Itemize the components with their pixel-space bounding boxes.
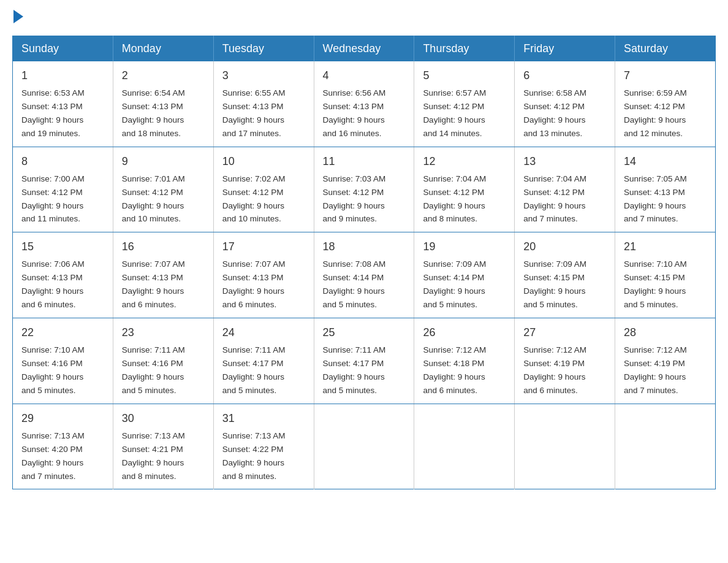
calendar-cell bbox=[615, 404, 716, 489]
calendar-cell: 9Sunrise: 7:01 AMSunset: 4:12 PMDaylight… bbox=[113, 147, 213, 232]
day-number: 31 bbox=[222, 410, 305, 427]
day-info: Sunrise: 7:00 AMSunset: 4:12 PMDaylight:… bbox=[21, 174, 85, 224]
day-info: Sunrise: 6:56 AMSunset: 4:13 PMDaylight:… bbox=[323, 88, 386, 138]
day-number: 21 bbox=[624, 239, 707, 255]
day-info: Sunrise: 6:53 AMSunset: 4:13 PMDaylight:… bbox=[21, 88, 85, 138]
day-number: 3 bbox=[222, 67, 305, 84]
calendar-cell: 5Sunrise: 6:57 AMSunset: 4:12 PMDaylight… bbox=[414, 61, 515, 147]
calendar-cell: 7Sunrise: 6:59 AMSunset: 4:12 PMDaylight… bbox=[615, 61, 716, 147]
header-friday: Friday bbox=[515, 36, 615, 62]
calendar-cell: 26Sunrise: 7:12 AMSunset: 4:18 PMDayligh… bbox=[414, 318, 515, 404]
header-saturday: Saturday bbox=[615, 36, 716, 62]
day-number: 29 bbox=[21, 410, 104, 427]
calendar-cell bbox=[414, 404, 515, 489]
calendar-cell: 16Sunrise: 7:07 AMSunset: 4:13 PMDayligh… bbox=[113, 232, 213, 318]
calendar-cell: 22Sunrise: 7:10 AMSunset: 4:16 PMDayligh… bbox=[13, 318, 113, 404]
day-info: Sunrise: 6:55 AMSunset: 4:13 PMDaylight:… bbox=[222, 88, 286, 138]
calendar-cell: 18Sunrise: 7:08 AMSunset: 4:14 PMDayligh… bbox=[314, 232, 414, 318]
day-number: 5 bbox=[423, 67, 506, 84]
header-wednesday: Wednesday bbox=[314, 36, 414, 62]
logo-triangle-icon bbox=[13, 10, 23, 23]
day-info: Sunrise: 7:10 AMSunset: 4:16 PMDaylight:… bbox=[21, 345, 85, 395]
day-number: 18 bbox=[323, 239, 406, 255]
calendar-cell: 3Sunrise: 6:55 AMSunset: 4:13 PMDaylight… bbox=[213, 61, 314, 147]
day-info: Sunrise: 7:11 AMSunset: 4:16 PMDaylight:… bbox=[122, 345, 185, 395]
day-info: Sunrise: 7:02 AMSunset: 4:12 PMDaylight:… bbox=[222, 174, 286, 224]
day-info: Sunrise: 7:07 AMSunset: 4:13 PMDaylight:… bbox=[222, 259, 286, 309]
day-number: 6 bbox=[523, 67, 606, 84]
calendar-cell: 19Sunrise: 7:09 AMSunset: 4:14 PMDayligh… bbox=[414, 232, 515, 318]
day-info: Sunrise: 7:09 AMSunset: 4:15 PMDaylight:… bbox=[523, 259, 586, 309]
calendar-cell: 28Sunrise: 7:12 AMSunset: 4:19 PMDayligh… bbox=[615, 318, 716, 404]
day-number: 12 bbox=[423, 153, 506, 170]
calendar-cell: 2Sunrise: 6:54 AMSunset: 4:13 PMDaylight… bbox=[113, 61, 213, 147]
day-number: 20 bbox=[523, 239, 606, 255]
day-info: Sunrise: 7:13 AMSunset: 4:21 PMDaylight:… bbox=[122, 431, 185, 481]
calendar-week-row: 8Sunrise: 7:00 AMSunset: 4:12 PMDaylight… bbox=[13, 147, 716, 232]
day-number: 8 bbox=[21, 153, 104, 170]
calendar-header-row: SundayMondayTuesdayWednesdayThursdayFrid… bbox=[13, 36, 716, 62]
day-number: 19 bbox=[423, 239, 506, 255]
calendar-cell: 15Sunrise: 7:06 AMSunset: 4:13 PMDayligh… bbox=[13, 232, 113, 318]
day-number: 26 bbox=[423, 324, 506, 341]
page-header bbox=[12, 12, 716, 23]
day-info: Sunrise: 7:12 AMSunset: 4:19 PMDaylight:… bbox=[523, 345, 586, 395]
header-monday: Monday bbox=[113, 36, 213, 62]
day-number: 27 bbox=[523, 324, 606, 341]
calendar-cell: 6Sunrise: 6:58 AMSunset: 4:12 PMDaylight… bbox=[515, 61, 615, 147]
day-info: Sunrise: 7:04 AMSunset: 4:12 PMDaylight:… bbox=[423, 174, 486, 224]
header-sunday: Sunday bbox=[13, 36, 113, 62]
calendar-cell: 20Sunrise: 7:09 AMSunset: 4:15 PMDayligh… bbox=[515, 232, 615, 318]
calendar-cell: 24Sunrise: 7:11 AMSunset: 4:17 PMDayligh… bbox=[213, 318, 314, 404]
day-number: 13 bbox=[523, 153, 606, 170]
header-tuesday: Tuesday bbox=[213, 36, 314, 62]
calendar-cell: 21Sunrise: 7:10 AMSunset: 4:15 PMDayligh… bbox=[615, 232, 716, 318]
calendar-cell: 31Sunrise: 7:13 AMSunset: 4:22 PMDayligh… bbox=[213, 404, 314, 489]
day-number: 2 bbox=[122, 67, 205, 84]
header-thursday: Thursday bbox=[414, 36, 515, 62]
calendar-week-row: 22Sunrise: 7:10 AMSunset: 4:16 PMDayligh… bbox=[13, 318, 716, 404]
day-number: 22 bbox=[21, 324, 104, 341]
calendar-cell: 29Sunrise: 7:13 AMSunset: 4:20 PMDayligh… bbox=[13, 404, 113, 489]
calendar-cell: 13Sunrise: 7:04 AMSunset: 4:12 PMDayligh… bbox=[515, 147, 615, 232]
day-number: 1 bbox=[21, 67, 104, 84]
calendar-week-row: 29Sunrise: 7:13 AMSunset: 4:20 PMDayligh… bbox=[13, 404, 716, 489]
day-number: 14 bbox=[624, 153, 707, 170]
day-info: Sunrise: 7:04 AMSunset: 4:12 PMDaylight:… bbox=[523, 174, 586, 224]
calendar-cell bbox=[515, 404, 615, 489]
calendar-cell: 25Sunrise: 7:11 AMSunset: 4:17 PMDayligh… bbox=[314, 318, 414, 404]
calendar-table: SundayMondayTuesdayWednesdayThursdayFrid… bbox=[12, 36, 716, 489]
calendar-cell: 14Sunrise: 7:05 AMSunset: 4:13 PMDayligh… bbox=[615, 147, 716, 232]
day-info: Sunrise: 7:08 AMSunset: 4:14 PMDaylight:… bbox=[323, 259, 386, 309]
day-number: 17 bbox=[222, 239, 305, 255]
day-number: 11 bbox=[323, 153, 406, 170]
day-info: Sunrise: 7:01 AMSunset: 4:12 PMDaylight:… bbox=[122, 174, 185, 224]
day-number: 24 bbox=[222, 324, 305, 341]
day-info: Sunrise: 7:09 AMSunset: 4:14 PMDaylight:… bbox=[423, 259, 486, 309]
calendar-week-row: 15Sunrise: 7:06 AMSunset: 4:13 PMDayligh… bbox=[13, 232, 716, 318]
day-info: Sunrise: 7:12 AMSunset: 4:18 PMDaylight:… bbox=[423, 345, 486, 395]
day-info: Sunrise: 7:13 AMSunset: 4:20 PMDaylight:… bbox=[21, 431, 85, 481]
day-info: Sunrise: 7:05 AMSunset: 4:13 PMDaylight:… bbox=[624, 174, 687, 224]
day-number: 25 bbox=[323, 324, 406, 341]
day-info: Sunrise: 7:13 AMSunset: 4:22 PMDaylight:… bbox=[222, 431, 286, 481]
calendar-cell: 11Sunrise: 7:03 AMSunset: 4:12 PMDayligh… bbox=[314, 147, 414, 232]
calendar-cell: 10Sunrise: 7:02 AMSunset: 4:12 PMDayligh… bbox=[213, 147, 314, 232]
calendar-week-row: 1Sunrise: 6:53 AMSunset: 4:13 PMDaylight… bbox=[13, 61, 716, 147]
day-info: Sunrise: 7:12 AMSunset: 4:19 PMDaylight:… bbox=[624, 345, 687, 395]
day-info: Sunrise: 7:03 AMSunset: 4:12 PMDaylight:… bbox=[323, 174, 386, 224]
day-info: Sunrise: 6:58 AMSunset: 4:12 PMDaylight:… bbox=[523, 88, 586, 138]
calendar-cell bbox=[314, 404, 414, 489]
calendar-cell: 8Sunrise: 7:00 AMSunset: 4:12 PMDaylight… bbox=[13, 147, 113, 232]
day-number: 30 bbox=[122, 410, 205, 427]
calendar-cell: 17Sunrise: 7:07 AMSunset: 4:13 PMDayligh… bbox=[213, 232, 314, 318]
day-info: Sunrise: 7:06 AMSunset: 4:13 PMDaylight:… bbox=[21, 259, 85, 309]
day-info: Sunrise: 6:57 AMSunset: 4:12 PMDaylight:… bbox=[423, 88, 486, 138]
calendar-cell: 30Sunrise: 7:13 AMSunset: 4:21 PMDayligh… bbox=[113, 404, 213, 489]
day-number: 15 bbox=[21, 239, 104, 255]
day-number: 23 bbox=[122, 324, 205, 341]
day-info: Sunrise: 6:54 AMSunset: 4:13 PMDaylight:… bbox=[122, 88, 185, 138]
day-number: 10 bbox=[222, 153, 305, 170]
calendar-cell: 1Sunrise: 6:53 AMSunset: 4:13 PMDaylight… bbox=[13, 61, 113, 147]
calendar-cell: 4Sunrise: 6:56 AMSunset: 4:13 PMDaylight… bbox=[314, 61, 414, 147]
